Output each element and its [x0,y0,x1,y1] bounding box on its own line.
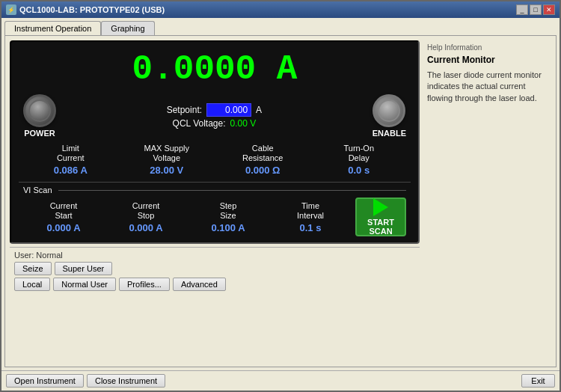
current-readout: 0.0000 A [19,48,411,91]
scan-current-start-value: 0.000 A [46,222,80,233]
param-limit-current: Limit Current 0.086 A [23,144,118,176]
scan-time-interval-label: Time Interval [297,201,324,221]
title-bar-left: ⚡ QCL1000-LAB: PROTOTYPE02 (USB) [6,4,165,15]
enable-label: ENABLE [373,129,406,138]
seize-button[interactable]: Seize [14,262,52,275]
help-heading: Current Monitor [427,55,548,65]
scan-step-size-label: Step Size [220,201,237,221]
scan-values: 0.000 A 0.000 A 0.100 A 0. [23,222,351,233]
scan-current-stop-value: 0.000 A [129,222,162,233]
btn-row-1: Seize Super User [14,262,415,275]
play-icon [373,198,388,216]
param-cable-resistance: Cable Resistance 0.000 Ω [215,144,310,176]
enable-knob-inner [378,99,400,122]
scan-time-interval-value-cell: 0.1 s [270,222,351,233]
start-scan-button[interactable]: START SCAN [355,197,406,236]
tab-graphing[interactable]: Graphing [101,21,154,35]
content-area: Instrument Operation Graphing 0.0000 A [1,18,560,370]
btn-row-2: Local Normal User Profiles... Advanced [14,278,415,291]
vi-scan-label: VI Scan [23,186,52,195]
footer-bar: Open Instrument Close Instrument Exit [1,370,560,391]
power-button-group: POWER [23,94,56,138]
super-user-button[interactable]: Super User [55,262,113,275]
param-max-supply-voltage: MAX Supply Voltage 28.00 V [120,144,215,176]
help-body: The laser diode current monitor indicate… [427,70,548,104]
param-turn-on-delay-label: Turn-On Delay [343,144,374,163]
setpoint-row: Setpoint: A [167,103,262,117]
setpoint-area: Setpoint: A QCL Voltage: 0.00 V [167,103,262,129]
main-panel: 0.0000 A POWER Setp [4,35,557,367]
profiles-button[interactable]: Profiles... [119,278,170,291]
param-limit-current-label: Limit Current [57,144,85,163]
maximize-button[interactable]: □ [530,4,542,15]
scan-current-start-label-cell: Current Start [23,201,104,221]
scan-current-stop-label-cell: Current Stop [105,201,186,221]
user-label: User: Normal [14,251,63,260]
params-grid: Limit Current 0.086 A MAX Supply Voltage… [19,141,411,179]
vi-scan-header: VI Scan [19,186,411,197]
close-button[interactable]: ✕ [543,4,555,15]
app-icon: ⚡ [6,4,16,15]
bottom-bar: User: Normal Seize Super User Local Norm… [10,247,420,294]
enable-button-group: ENABLE [373,94,406,138]
user-row: User: Normal [14,251,415,260]
param-cable-resistance-value: 0.000 Ω [245,165,280,176]
window-title: QCL1000-LAB: PROTOTYPE02 (USB) [19,5,165,14]
start-scan-label: START SCAN [367,218,394,236]
help-section-title: Help Information [427,43,548,52]
power-knob[interactable] [23,94,56,127]
scan-with-btn: Current Start Current Stop Step Size [19,197,411,236]
close-instrument-button[interactable]: Close Instrument [87,374,165,388]
footer-left: Open Instrument Close Instrument [6,374,165,388]
title-bar-controls: _ □ ✕ [516,4,555,15]
exit-button[interactable]: Exit [521,374,555,388]
setpoint-input[interactable] [206,103,251,117]
open-instrument-button[interactable]: Open Instrument [6,374,84,388]
scan-params-area: Current Start Current Stop Step Size [23,201,351,233]
scan-time-interval-value: 0.1 s [300,222,322,233]
param-cable-resistance-label: Cable Resistance [242,144,283,163]
enable-knob[interactable] [373,94,405,127]
scan-current-stop-value-cell: 0.000 A [105,222,186,233]
param-max-supply-value: 28.00 V [150,165,183,176]
main-window: ⚡ QCL1000-LAB: PROTOTYPE02 (USB) _ □ ✕ I… [0,0,561,392]
power-knob-inner [28,99,51,122]
qcl-voltage-label: QCL Voltage: [173,118,226,129]
tab-instrument-operation[interactable]: Instrument Operation [4,21,101,35]
setpoint-unit: A [256,105,262,115]
scan-step-size-label-cell: Step Size [188,201,269,221]
scan-current-start-label: Current Start [50,201,78,221]
controls-row: POWER Setpoint: A QCL Voltage: 0.0 [19,94,411,138]
scan-labels: Current Start Current Stop Step Size [23,201,351,221]
vi-scan-section: VI Scan Current Start Current Stop [19,182,411,236]
param-limit-current-value: 0.086 A [54,165,88,176]
help-panel: Help Information Current Monitor The las… [424,40,551,362]
local-button[interactable]: Local [14,278,50,291]
scan-step-size-value-cell: 0.100 A [188,222,269,233]
minimize-button[interactable]: _ [516,4,528,15]
scan-current-stop-label: Current Stop [132,201,160,221]
tab-bar: Instrument Operation Graphing [4,21,557,35]
advanced-button[interactable]: Advanced [173,278,226,291]
param-max-supply-label: MAX Supply Voltage [144,144,189,163]
scan-current-start-value-cell: 0.000 A [23,222,104,233]
qcl-voltage-value: 0.00 V [230,118,257,129]
black-display: 0.0000 A POWER Setp [10,40,420,244]
scan-time-interval-label-cell: Time Interval [270,201,351,221]
normal-user-button[interactable]: Normal User [53,278,116,291]
title-bar: ⚡ QCL1000-LAB: PROTOTYPE02 (USB) _ □ ✕ [1,1,560,18]
scan-step-size-value: 0.100 A [211,222,245,233]
power-label: POWER [24,129,55,138]
setpoint-label: Setpoint: [167,105,202,115]
param-turn-on-delay-value: 0.0 s [348,165,370,176]
qcl-voltage-row: QCL Voltage: 0.00 V [173,118,257,129]
instrument-panel: 0.0000 A POWER Setp [10,40,420,362]
param-turn-on-delay: Turn-On Delay 0.0 s [312,144,407,176]
